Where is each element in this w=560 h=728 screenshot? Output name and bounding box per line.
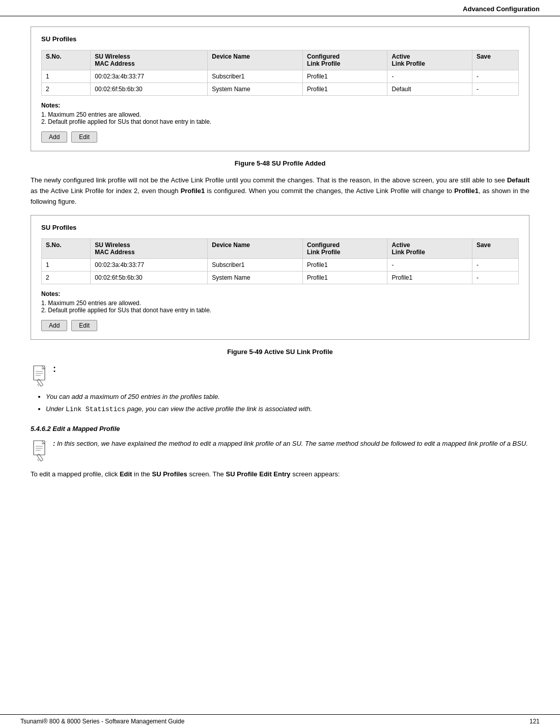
- su-profiles-box-2: SU Profiles S.No. SU WirelessMAC Address…: [31, 215, 529, 340]
- page-footer: Tsunami® 800 & 8000 Series - Software Ma…: [0, 714, 560, 728]
- su-table-2: S.No. SU WirelessMAC Address Device Name…: [41, 238, 519, 284]
- note-block-2: : In this section, we have explained the…: [31, 439, 529, 462]
- svg-line-11: [38, 459, 39, 461]
- add-button-2[interactable]: Add: [41, 320, 67, 331]
- figure-49-caption: Figure 5-49 Active SU Link Profile: [31, 348, 529, 356]
- page-content: SU Profiles S.No. SU WirelessMAC Address…: [0, 26, 560, 507]
- col-mac-2: SU WirelessMAC Address: [91, 239, 208, 259]
- note-2-1: 1. Maximum 250 entries are allowed.: [41, 300, 519, 307]
- table-row: 1 00:02:3a:4b:33:77 Subscriber1 Profile1…: [42, 259, 519, 272]
- table-row: 2 00:02:6f:5b:6b:30 System Name Profile1…: [42, 272, 519, 284]
- col-device-1: Device Name: [208, 50, 303, 70]
- note-block-1: :: [31, 364, 529, 387]
- header-title: Advanced Configuration: [463, 5, 540, 13]
- edit-button-2[interactable]: Edit: [71, 320, 97, 331]
- page-header: Advanced Configuration: [0, 0, 560, 16]
- note-icon-2: [31, 440, 50, 462]
- col-device-2: Device Name: [208, 239, 303, 259]
- notes-label-1: Notes:: [41, 102, 519, 109]
- col-sno-2: S.No.: [42, 239, 91, 259]
- footer-left: Tsunami® 800 & 8000 Series - Software Ma…: [20, 718, 184, 725]
- note-2-2: 2. Default profile applied for SUs that …: [41, 307, 519, 314]
- col-save-2: Save: [472, 239, 518, 259]
- su-profiles-title-2: SU Profiles: [41, 224, 519, 231]
- body-paragraph-1: The newly configured link profile will n…: [31, 175, 529, 207]
- figure-48-caption: Figure 5-48 SU Profile Added: [31, 159, 529, 167]
- col-mac-1: SU WirelessMAC Address: [91, 50, 208, 70]
- col-sno-1: S.No.: [42, 50, 91, 70]
- su-table-1: S.No. SU WirelessMAC Address Device Name…: [41, 50, 519, 96]
- col-save-1: Save: [472, 50, 518, 70]
- table-row: 2 00:02:6f:5b:6b:30 System Name Profile1…: [42, 83, 519, 96]
- list-item: You can add a maximum of 250 entries in …: [46, 391, 529, 402]
- buttons-row-2: Add Edit: [41, 320, 519, 331]
- note-1-2: 2. Default profile applied for SUs that …: [41, 118, 519, 125]
- note-bullet-list: You can add a maximum of 250 entries in …: [46, 391, 529, 415]
- col-configured-1: ConfiguredLink Profile: [303, 50, 387, 70]
- note-1-1: 1. Maximum 250 entries are allowed.: [41, 111, 519, 118]
- note-colon: :: [53, 364, 56, 374]
- svg-line-5: [38, 384, 39, 386]
- edit-button-1[interactable]: Edit: [71, 131, 97, 143]
- note-text-2: : In this section, we have explained the…: [53, 439, 528, 449]
- buttons-row-1: Add Edit: [41, 131, 519, 143]
- table-row: 1 00:02:3a:4b:33:77 Subscriber1 Profile1…: [42, 70, 519, 83]
- notes-section-1: Notes: 1. Maximum 250 entries are allowe…: [41, 102, 519, 125]
- notes-label-2: Notes:: [41, 290, 519, 298]
- col-configured-2: ConfiguredLink Profile: [303, 239, 387, 259]
- notes-section-2: Notes: 1. Maximum 250 entries are allowe…: [41, 290, 519, 314]
- col-active-1: ActiveLink Profile: [387, 50, 472, 70]
- su-profiles-box-1: SU Profiles S.No. SU WirelessMAC Address…: [31, 26, 529, 151]
- su-profiles-title-1: SU Profiles: [41, 35, 519, 43]
- add-button-1[interactable]: Add: [41, 131, 67, 143]
- note-icon-1: [31, 365, 50, 387]
- list-item: Under Link Statistics page, you can view…: [46, 403, 529, 415]
- section-heading: 5.4.6.2 Edit a Mapped Profile: [31, 425, 529, 433]
- body-paragraph-2: To edit a mapped profile, click Edit in …: [31, 469, 529, 480]
- footer-right: 121: [529, 718, 540, 725]
- col-active-2: ActiveLink Profile: [387, 239, 472, 259]
